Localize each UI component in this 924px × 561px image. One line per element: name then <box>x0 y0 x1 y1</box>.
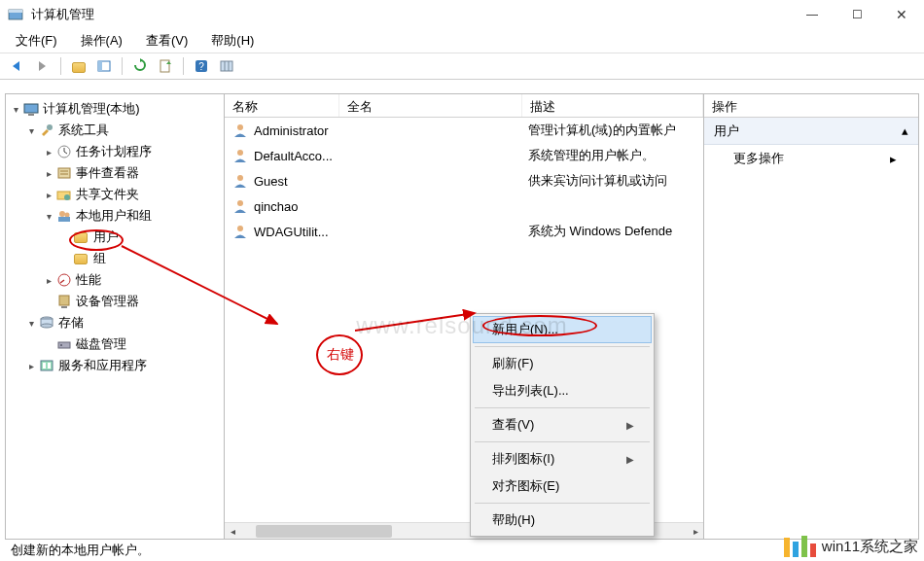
actions-section-label: 用户 <box>714 123 739 140</box>
menu-help[interactable]: 帮助(H) <box>199 30 266 52</box>
svg-point-33 <box>237 124 243 130</box>
cm-refresh[interactable]: 刷新(F) <box>473 350 652 377</box>
column-headers: 名称 全名 描述 <box>225 94 703 118</box>
tree-pane: ▾ 计算机管理(本地) ▾ 系统工具 ▸ 任务计划程序 ▸ 事件查看器 ▸ <box>6 94 225 539</box>
tree-label: 事件查看器 <box>76 164 139 182</box>
performance-icon <box>56 272 72 288</box>
actions-pane: 操作 用户 ▴ 更多操作 ▸ <box>704 94 918 539</box>
tree-device-manager[interactable]: 设备管理器 <box>8 291 222 312</box>
svg-rect-3 <box>98 61 102 71</box>
svg-point-18 <box>64 194 70 200</box>
disk-icon <box>56 336 72 352</box>
tree-task-scheduler[interactable]: ▸ 任务计划程序 <box>8 141 222 162</box>
cm-separator <box>475 441 650 442</box>
cm-label: 排列图标(I) <box>492 450 554 468</box>
chevron-right-icon: ▶ <box>626 454 634 465</box>
scroll-right-icon[interactable]: ▸ <box>688 526 703 537</box>
user-name: Administrator <box>254 123 345 138</box>
refresh-button[interactable] <box>128 55 152 77</box>
tree-users[interactable]: 用户 <box>8 227 222 248</box>
svg-point-29 <box>60 344 62 346</box>
expand-icon[interactable]: ▸ <box>25 361 37 371</box>
clock-icon <box>56 144 72 159</box>
titlebar: 计算机管理 — ☐ ✕ <box>0 0 924 29</box>
folder-icon <box>74 251 89 266</box>
actions-section-users[interactable]: 用户 ▴ <box>704 118 918 145</box>
folder-icon <box>74 229 89 245</box>
tree-event-viewer[interactable]: ▸ 事件查看器 <box>8 162 222 184</box>
columns-button[interactable] <box>215 55 238 77</box>
expand-icon[interactable]: ▸ <box>43 147 54 158</box>
up-button[interactable] <box>67 55 90 77</box>
tree-label: 系统工具 <box>58 122 109 139</box>
expand-icon[interactable]: ▸ <box>43 168 54 179</box>
tree-label: 设备管理器 <box>76 293 139 310</box>
list-item[interactable]: Administrator 管理计算机(域)的内置帐户 <box>225 118 703 143</box>
cm-view[interactable]: 查看(V)▶ <box>473 411 652 438</box>
user-description: 系统为 Windows Defende <box>528 223 703 240</box>
minimize-button[interactable]: — <box>790 0 835 29</box>
users-groups-icon <box>56 208 72 224</box>
cm-export-list[interactable]: 导出列表(L)... <box>473 377 652 404</box>
tree-performance[interactable]: ▸ 性能 <box>8 269 222 291</box>
menu-file[interactable]: 文件(F) <box>4 30 69 52</box>
collapse-icon[interactable]: ▾ <box>43 211 54 222</box>
window-title: 计算机管理 <box>31 6 790 23</box>
user-name: WDAGUtilit... <box>254 225 345 239</box>
toolbar: ? <box>0 53 924 80</box>
cm-label: 查看(V) <box>492 416 534 434</box>
cm-new-user[interactable]: 新用户(N)... <box>473 316 652 343</box>
tree-local-users-groups[interactable]: ▾ 本地用户和组 <box>8 205 222 227</box>
tree-disk-management[interactable]: 磁盘管理 <box>8 333 222 355</box>
services-icon <box>39 358 54 373</box>
back-button[interactable] <box>6 55 29 77</box>
folder-icon <box>72 62 86 73</box>
collapse-icon[interactable]: ▾ <box>10 104 21 115</box>
list-item[interactable]: Guest 供来宾访问计算机或访问 <box>225 168 703 193</box>
user-description: 管理计算机(域)的内置帐户 <box>528 122 703 139</box>
maximize-button[interactable]: ☐ <box>835 0 879 29</box>
column-fullname[interactable]: 全名 <box>339 94 522 117</box>
collapse-icon[interactable]: ▾ <box>25 318 37 329</box>
menu-action[interactable]: 操作(A) <box>69 30 134 52</box>
tree: ▾ 计算机管理(本地) ▾ 系统工具 ▸ 任务计划程序 ▸ 事件查看器 ▸ <box>8 98 222 376</box>
tree-groups[interactable]: 组 <box>8 248 222 269</box>
scroll-thumb[interactable] <box>256 525 392 538</box>
actions-more[interactable]: 更多操作 ▸ <box>704 145 918 172</box>
cm-separator <box>475 346 650 347</box>
cm-arrange-icons[interactable]: 排列图标(I)▶ <box>473 445 652 473</box>
tree-shared-folders[interactable]: ▸ 共享文件夹 <box>8 184 222 205</box>
cm-separator <box>475 503 650 504</box>
user-description: 供来宾访问计算机或访问 <box>528 172 703 190</box>
device-icon <box>56 294 72 309</box>
collapse-icon[interactable]: ▾ <box>25 125 37 136</box>
tree-label: 组 <box>93 250 106 267</box>
help-button[interactable]: ? <box>190 55 213 77</box>
export-button[interactable] <box>154 55 177 77</box>
list-item[interactable]: WDAGUtilit... 系统为 Windows Defende <box>225 219 703 244</box>
toolbar-separator <box>60 57 61 75</box>
forward-button[interactable] <box>31 55 54 77</box>
cm-help[interactable]: 帮助(H) <box>473 507 652 534</box>
expand-icon[interactable]: ▸ <box>43 190 54 200</box>
app-icon <box>8 7 23 22</box>
brand-badge: win11系统之家 <box>784 536 918 557</box>
user-icon <box>232 198 248 214</box>
show-hide-button[interactable] <box>92 55 116 77</box>
list-item[interactable]: DefaultAcco... 系统管理的用户帐户。 <box>225 143 703 168</box>
scroll-left-icon[interactable]: ◂ <box>225 526 240 537</box>
column-description[interactable]: 描述 <box>522 94 703 117</box>
tree-label: 磁盘管理 <box>76 335 126 353</box>
svg-rect-7 <box>221 61 232 71</box>
tree-root[interactable]: ▾ 计算机管理(本地) <box>8 98 222 120</box>
tree-services-apps[interactable]: ▸ 服务和应用程序 <box>8 355 222 376</box>
tree-system-tools[interactable]: ▾ 系统工具 <box>8 120 222 141</box>
menu-view[interactable]: 查看(V) <box>134 30 199 52</box>
close-button[interactable]: ✕ <box>879 0 924 29</box>
tree-storage[interactable]: ▾ 存储 <box>8 312 222 333</box>
expand-icon[interactable]: ▸ <box>43 275 54 286</box>
list-item[interactable]: qinchao <box>225 193 703 219</box>
cm-align-icons[interactable]: 对齐图标(E) <box>473 473 652 500</box>
window-buttons: — ☐ ✕ <box>790 0 924 29</box>
column-name[interactable]: 名称 <box>225 94 339 117</box>
